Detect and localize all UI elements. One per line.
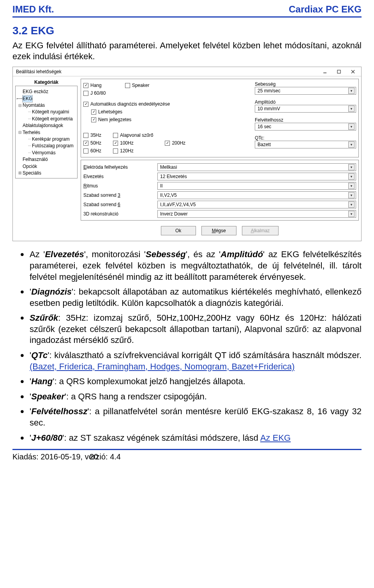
footer-issue: Kiadás: 2016-05-19, verzió: 4.4 [12,452,121,461]
filter-label: 35Hz [90,132,101,138]
checkbox-icon: ✓ [165,141,170,146]
j6080-checkbox[interactable]: J 60/80 [83,89,251,97]
tree-item-label: Speciális [23,170,41,177]
amplitude-label: Amplitúdó [255,99,356,105]
filter-50hz-checkbox[interactable]: ✓50Hz [83,139,101,147]
tree-item-felhasználó[interactable]: Felhasználó [16,156,76,163]
apply-button[interactable]: Alkalmaz [242,226,279,235]
nemjell-checkbox[interactable]: ✓ Nem jellegzetes [83,116,251,124]
chevron-down-icon: ▼ [348,88,355,94]
tree-item-label: Kötegelt nyugalmi [32,109,69,115]
autodiag-checkbox[interactable]: ✓ Automatikus diagnózis endedélyezése [83,100,251,108]
filter-200hz-checkbox[interactable]: ✓200Hz [165,139,185,147]
checkbox-icon [83,148,88,154]
chevron-down-icon: ▼ [348,141,355,148]
tree-item-nyomtatás[interactable]: ⊟Nyomtatás [16,102,76,109]
chevron-down-icon: ▼ [348,192,355,198]
tree-item-ekg-eszköz[interactable]: EKG eszköz [16,88,76,95]
checkbox-icon: ✓ [91,117,96,122]
qtc-value: Bazett [258,142,271,147]
tree-item-label: EKG eszköz [23,88,48,95]
tree-item-label: Kerékpár program [32,136,70,143]
option-value: II [160,183,163,189]
amplitude-combobox[interactable]: 10 mm/mV ▼ [255,105,356,113]
tree-item-label: Ablaktulajdonságok [23,122,63,129]
ok-button[interactable]: Ok [161,226,196,235]
chevron-down-icon: ▼ [348,164,355,170]
description-item: 'J+60/80': az ST szakasz végének számítá… [20,433,362,444]
titlebar: Beállítási lehetőségek [13,67,361,76]
hang-checkbox[interactable]: ✓ Hang [83,81,102,89]
tree-item-label: Futószalag program [32,143,74,149]
qtc-combobox[interactable]: Bazett ▼ [255,141,356,148]
chevron-down-icon: ▼ [348,211,355,217]
option-combobox[interactable]: II▼ [157,182,356,190]
tree-expander-icon: ⊟ [17,130,23,136]
option-combobox[interactable]: Inverz Dower▼ [157,210,356,218]
option-combobox[interactable]: Mellkasi▼ [157,163,356,171]
cancel-label: Mégse [212,228,226,233]
tree-item-kerékpár-program[interactable]: ┄Kerékpár program [16,136,76,143]
filter-label: Alapvonal szűrő [120,132,153,138]
description-item: 'Diagnózis': bekapcsolt állapotában az a… [20,286,362,309]
tree-item-ablaktulajdonságok[interactable]: Ablaktulajdonságok [16,122,76,129]
tree-item-speciális[interactable]: ⊞Speciális [16,170,76,177]
tree-item-terhelés[interactable]: ⊟Terhelés [16,129,76,136]
amplitude-value: 10 mm/mV [258,106,280,111]
tree-item-vérnyomás[interactable]: ┄Vérnyomás [16,150,76,156]
section-intro: Az EKG felvétel állítható paraméterei. A… [12,40,362,62]
speed-combobox[interactable]: 25 mm/sec ▼ [255,87,356,95]
tree-item-label: Terhelés [23,129,40,136]
option-value: Mellkasi [160,164,177,170]
tree-item-kötegelt-nyugalmi[interactable]: ┄Kötegelt nyugalmi [16,109,76,115]
tree-item-label: Vérnyomás [32,150,56,156]
option-combobox[interactable]: 12 Elvezetés▼ [157,173,356,180]
tree-item-futószalag-program[interactable]: ┄Futószalag program [16,143,76,149]
filter-label: 50Hz [90,140,101,146]
recordlen-combobox[interactable]: 16 sec ▼ [255,123,356,131]
doc-header: IMED Kft. Cardiax PC EKG [12,0,362,18]
upper-options-panel: ✓ Hang Speaker J 60/80 [81,79,359,157]
option-combobox[interactable]: II,V2,V5▼ [157,191,356,199]
doc-link[interactable]: Az EKG [260,433,291,443]
bottom-options-panel: Elektróda felhelyezésMellkasi▼Elvezetés1… [81,160,359,221]
tree-item-ekg[interactable]: EKG [16,95,76,102]
option-value: 12 Elvezetés [160,174,187,179]
tree-item-kötegelt-ergometria[interactable]: ┄Kötegelt ergometria [16,116,76,122]
filter-35hz-checkbox[interactable]: 35Hz [83,131,101,139]
option-row-elektróda-felhelyezés: Elektróda felhelyezésMellkasi▼ [83,162,356,172]
filter-label: 200Hz [172,140,185,146]
lehetseges-checkbox[interactable]: ✓ Lehetséges [83,108,251,116]
hang-label: Hang [90,83,102,88]
window-close-button[interactable] [346,68,360,75]
cancel-button[interactable]: Mégse [201,226,236,235]
recordlen-value: 16 sec [258,124,271,129]
chevron-down-icon: ▼ [348,201,355,208]
checkbox-icon: ✓ [113,141,118,146]
window-minimize-button[interactable] [318,68,332,75]
filter-label: 120Hz [120,148,134,154]
window-maximize-button[interactable] [332,68,346,75]
doc-footer: Kiadás: 2016-05-19, verzió: 4.4 20 [12,449,362,467]
checkbox-icon: ✓ [83,83,88,88]
header-left: IMED Kft. [12,4,54,15]
checkbox-icon [125,83,130,88]
dialog-button-row: Ok Mégse Alkalmaz [81,223,359,238]
doc-link[interactable]: (Bazet, Friderica, Framingham, Hodges, N… [30,362,295,371]
header-right: Cardiax PC EKG [289,4,362,15]
filter-alapvonal-szűrő-checkbox[interactable]: Alapvonal szűrő [113,131,153,139]
option-combobox[interactable]: I,II,aVF,V2,V4,V5▼ [157,201,356,208]
description-list: Az 'Elvezetés', monitorozási 'Sebesség',… [12,249,362,443]
tree-expander-icon: ⊟ [17,103,23,109]
tree-item-label: Opciók [23,163,37,170]
category-tree[interactable]: EKG eszközEKG⊟Nyomtatás┄Kötegelt nyugalm… [15,86,78,178]
filter-100hz-checkbox[interactable]: ✓100Hz [113,139,153,147]
speaker-checkbox[interactable]: Speaker [125,81,150,89]
tree-item-opciók[interactable]: Opciók [16,163,76,170]
description-item: Szűrők: 35Hz: izomzaj szűrő, 50Hz,100Hz,… [20,313,362,346]
filter-60hz-checkbox[interactable]: 60Hz [83,147,101,155]
option-label: Szabad sorrend 6 [83,202,153,207]
settings-dialog: Beállítási lehetőségek Kategóriák EKG es… [12,67,362,241]
filter-120hz-checkbox[interactable]: 120Hz [113,147,153,155]
qtc-label: QTc: [255,135,356,141]
